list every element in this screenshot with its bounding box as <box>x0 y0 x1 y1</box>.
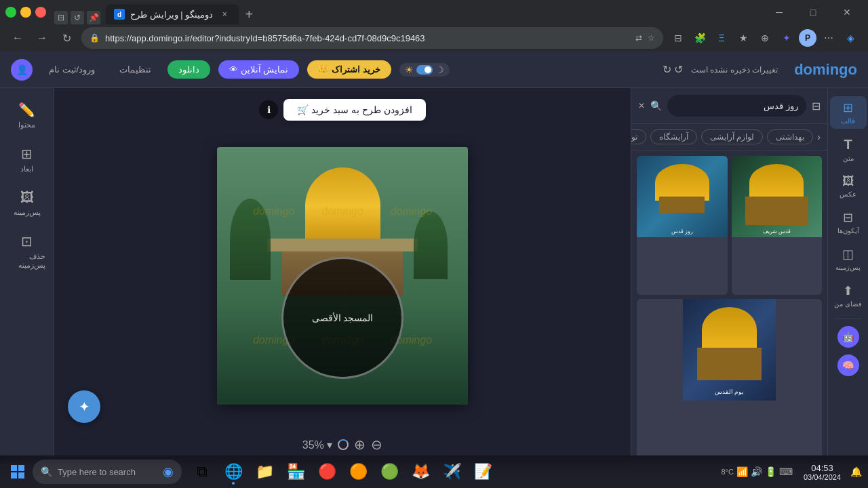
profile-avatar[interactable]: P <box>799 29 816 47</box>
sidebar-tool-image[interactable]: 🖼 عکس <box>830 170 867 202</box>
battery-icon[interactable]: 🔋 <box>765 466 776 477</box>
sidebar-tool-upload[interactable]: ⬆ فضای من <box>830 279 867 312</box>
sidebar-tool-text[interactable]: T متن <box>830 133 867 166</box>
address-bar[interactable]: 🔒 ⇄ ☆ <box>81 27 663 49</box>
history-icon[interactable]: ↺ <box>71 11 84 24</box>
close-icon[interactable]: ⊗ <box>35 7 46 18</box>
collections-btn[interactable]: ⊕ <box>755 28 774 47</box>
tab-search-btn[interactable]: ⊟ <box>669 28 688 47</box>
taskbar-app-chrome[interactable]: 🟢 <box>374 457 404 487</box>
tool-background[interactable]: 🖼 پس‌زمینه <box>3 184 51 222</box>
tool-remove-bg[interactable]: ⊡ حذف پس‌زمینه <box>3 228 51 275</box>
firefox-icon: 🦊 <box>412 463 430 481</box>
prev-tags-btn[interactable]: ‹ <box>817 131 821 142</box>
zoom-in-btn[interactable]: ⊕ <box>354 436 366 453</box>
filter-btn[interactable]: ⊟ <box>812 100 821 113</box>
sidebar-bg-label: پس‌زمینه <box>835 264 861 271</box>
auth-btn[interactable]: ورود/ثبت نام <box>41 60 103 79</box>
sidebar-toggle[interactable]: ⊟ <box>54 11 68 24</box>
zoom-dropdown-btn[interactable]: 35% ▾ <box>302 439 332 451</box>
volume-icon[interactable]: 🔊 <box>751 466 762 477</box>
floating-action-btn[interactable]: ✦ <box>68 390 100 423</box>
taskbar-app-orange[interactable]: 🟠 <box>343 457 373 487</box>
taskbar: 🔍 Type here to search ◉ ⧉ 🌐 📁 🏪 🔴 🟠 🟢 🦊 <box>0 455 868 488</box>
forward-btn[interactable]: → <box>33 28 52 47</box>
search-btn[interactable]: 🔍 <box>650 100 662 111</box>
taskbar-search[interactable]: 🔍 Type here to search ◉ <box>33 460 182 484</box>
pin-icon[interactable]: 📌 <box>87 11 100 24</box>
add-to-cart-btn[interactable]: افزودن طرح به سبد خرید 🛒 <box>283 99 425 121</box>
url-input[interactable] <box>105 33 630 43</box>
taskbar-app-word[interactable]: 📝 <box>468 457 498 487</box>
start-btn[interactable] <box>3 457 33 487</box>
canvas-wrapper[interactable]: domingo domingo domingo domingo domingo … <box>217 147 468 405</box>
taskbar-clock[interactable]: 04:53 03/04/2024 <box>798 463 846 481</box>
taskbar-app-store[interactable]: 🏪 <box>281 457 311 487</box>
taskbar-app-taskview[interactable]: ⧉ <box>187 457 217 487</box>
download-btn[interactable]: دانلود <box>167 60 210 79</box>
window-maximize-btn[interactable]: □ <box>797 1 829 23</box>
copilot-btn[interactable]: ✦ <box>777 28 796 47</box>
search-input[interactable] <box>667 95 806 117</box>
taskbar-app-telegram[interactable]: ✈️ <box>437 457 467 487</box>
network-icon[interactable]: 📶 <box>736 466 748 477</box>
info-btn[interactable]: ℹ <box>259 100 278 119</box>
theme-toggle[interactable]: ☽ ☀ <box>399 63 450 77</box>
sidebar-sep <box>835 319 862 319</box>
window-close-btn[interactable]: ✕ <box>831 1 863 23</box>
tab-close-btn[interactable]: × <box>218 8 231 20</box>
taskbar-app-edge[interactable]: 🌐 <box>218 457 248 487</box>
redo-btn[interactable]: ↻ <box>663 63 671 76</box>
arabic-calligraphy: المسجد الأقصى <box>281 257 403 379</box>
sidebar-tool-template[interactable]: ⊞ قالب <box>830 96 867 129</box>
tag-health[interactable]: بهداشتی <box>767 129 813 144</box>
copilot-sidebar-btn[interactable]: ◈ <box>841 28 860 47</box>
favorites-btn[interactable]: ★ <box>734 28 753 47</box>
keyboard-icon[interactable]: ⌨ <box>779 466 793 477</box>
maximize-icon[interactable]: ⊕ <box>5 7 16 18</box>
tag-cosmetics[interactable]: لوازم آرایشی <box>701 129 763 144</box>
subscription-btn[interactable]: خرید اشتراک 👑 <box>307 60 391 79</box>
refresh-btn[interactable]: ↻ <box>57 28 76 47</box>
active-tab[interactable]: d دومینگو | ویرایش طرح × <box>106 4 239 24</box>
back-btn[interactable]: ← <box>8 28 27 47</box>
template-icon: ⊞ <box>843 100 853 115</box>
sidebar-bot-btn[interactable]: 🧠 <box>837 354 859 376</box>
new-tab-btn[interactable]: + <box>239 4 259 24</box>
clock-date: 03/04/2024 <box>804 473 841 481</box>
window-minimize-btn[interactable]: ─ <box>764 1 795 23</box>
taskbar-app-firefox[interactable]: 🦊 <box>406 457 435 487</box>
star-icon[interactable]: ☆ <box>648 33 655 43</box>
sidebar-tool-icons[interactable]: ⊟ آیکون‌ها <box>830 206 867 239</box>
menu-btn[interactable]: ⋯ <box>819 28 838 47</box>
minimize-icon[interactable]: ⊖ <box>20 7 31 18</box>
user-avatar[interactable]: 👤 <box>11 59 33 81</box>
cortana-icon: ◉ <box>163 464 174 479</box>
tag-birthday[interactable]: تولد <box>631 129 646 144</box>
template-thumb-1: روز قدس <box>637 156 728 237</box>
tag-salon[interactable]: آرایشگاه <box>650 129 697 144</box>
taskbar-app-red[interactable]: 🔴 <box>312 457 342 487</box>
taskbar-app-explorer[interactable]: 📁 <box>250 457 279 487</box>
template-item-2[interactable]: قدس شریف <box>732 156 823 295</box>
tool-dimensions[interactable]: ⊞ ابعاد <box>3 140 51 179</box>
sidebar-template-label: قالب <box>841 117 855 125</box>
sidebar-tool-bg[interactable]: ◫ پس‌زمینه <box>830 243 867 275</box>
template-item-3[interactable]: یوم القدس <box>637 299 822 458</box>
zoom-out-btn[interactable]: ⊖ <box>371 436 382 453</box>
notification-btn[interactable]: 🔔 <box>846 457 865 487</box>
settings-btn[interactable]: تنظیمات <box>111 60 159 79</box>
edge-btn[interactable]: Ξ <box>712 28 731 47</box>
sidebar-avatar-btn[interactable]: 🤖 <box>837 326 859 348</box>
tool-content[interactable]: ✏️ محتوا <box>3 96 51 135</box>
extensions-btn[interactable]: 🧩 <box>690 28 709 47</box>
app-logo: domingo <box>794 61 857 79</box>
template-item-1[interactable]: روز قدس <box>637 156 728 295</box>
bg-icon: ◫ <box>842 247 854 262</box>
dimensions-icon: ⊞ <box>21 146 33 162</box>
tool-remove-bg-label: حذف پس‌زمینه <box>9 252 45 270</box>
undo-btn[interactable]: ↺ <box>674 63 683 76</box>
taskbar-search-placeholder: Type here to search <box>58 467 136 477</box>
search-clear-icon[interactable]: ✕ <box>638 101 645 110</box>
preview-btn[interactable]: نمایش آنلاین 👁 <box>218 60 299 79</box>
